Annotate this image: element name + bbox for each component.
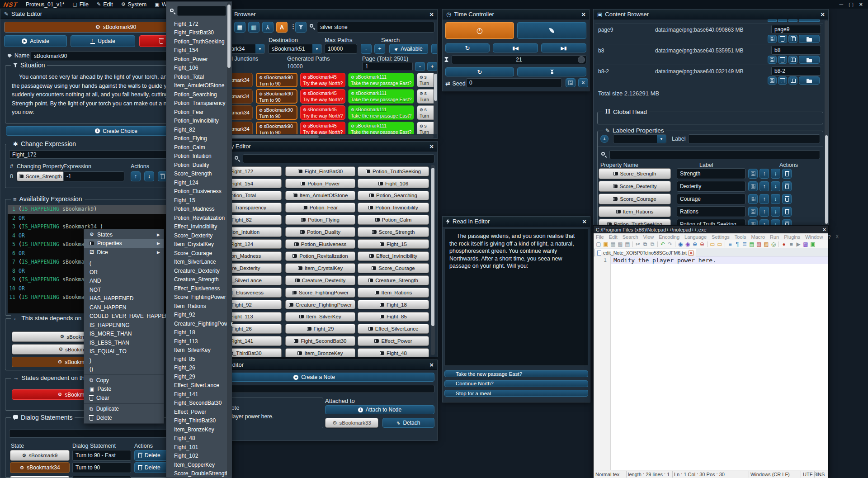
page-input[interactable]: 1	[362, 62, 413, 71]
notepad-close-button[interactable]: ×	[823, 227, 826, 233]
path-node-gray[interactable]: ⚙ sTurn	[417, 122, 434, 134]
content-rename-input[interactable]: page9	[771, 25, 821, 34]
property-button-effect_silverlance[interactable]: Effect_SilverLance	[358, 324, 429, 334]
menu-file[interactable]: ▢File	[72, 1, 89, 8]
menu-system[interactable]: ⚙System	[121, 1, 147, 8]
submenu-item-score_strength[interactable]: Score_Strength	[166, 170, 227, 179]
path-node-selected[interactable]: ⚙ sBookmark90Turn to 90	[256, 89, 297, 104]
notepad-tab[interactable]: edit_Note_XOt5P0Tclno58SGoJFM6.txt ✕︎	[594, 249, 696, 256]
delete-button[interactable]	[778, 35, 787, 43]
browser-vertical-scrollbar[interactable]	[434, 73, 438, 134]
submenu-item-fight_113[interactable]: Fight_113	[166, 337, 227, 346]
toolbar-play-macro-icon[interactable]: ▶	[795, 241, 802, 247]
submenu-item-fight_124[interactable]: Fight_124	[166, 178, 227, 187]
toolbar-replace-icon[interactable]: ◉	[684, 241, 691, 247]
property-button-creature_fightingpower[interactable]: Creature_FightingPower	[285, 300, 355, 310]
close-icon[interactable]: ×	[429, 11, 434, 18]
save-button[interactable]	[768, 56, 777, 64]
property-button-effect_invincibility[interactable]: Effect_Invincibility	[358, 251, 429, 261]
property-button-score_strength[interactable]: Score_Strength	[358, 227, 429, 237]
submenu-item-potion_revitalization[interactable]: Potion_Revitalization	[166, 213, 227, 222]
submenu-item-item_amuletofstone[interactable]: Item_AmuletOfStone	[166, 81, 227, 90]
property-button-item_crystalkey[interactable]: Item_CrystalKey	[285, 263, 355, 273]
save-button[interactable]	[748, 207, 758, 217]
toolbar-folder-workspace-icon[interactable]: ▨	[763, 241, 769, 247]
property-button-item_amuletofstone[interactable]: Item_AmuletOfStone	[285, 191, 355, 201]
delete-button[interactable]	[778, 56, 787, 64]
move-up-button[interactable]: ↑	[760, 219, 769, 225]
property-button-effect_power[interactable]: Effect_Power	[358, 336, 429, 346]
duplicate-button[interactable]	[788, 35, 797, 43]
context-menu-item--[interactable]: (	[84, 259, 164, 268]
submenu-item-potion_truthseeking[interactable]: Potion_TruthSeeking	[166, 37, 227, 46]
toolbar-run-icon[interactable]: ▣	[810, 241, 816, 247]
property-button-potion_flying[interactable]: Potion_Flying	[285, 215, 355, 225]
seed-input[interactable]: 0	[466, 78, 562, 87]
submenu-item-fight_141[interactable]: Fight_141	[166, 390, 227, 399]
context-menu-item-paste[interactable]: ▣Paste	[84, 385, 164, 394]
notepad-editor[interactable]: 1 Modify the player power here.	[594, 256, 828, 470]
property-button-creature_strength[interactable]: Creature_Strength	[358, 275, 429, 285]
move-down-button[interactable]: ↓	[771, 207, 780, 217]
save-button[interactable]	[748, 181, 758, 191]
submenu-item-score_fightingpower[interactable]: Score_FightingPower	[166, 293, 227, 302]
browser-search-input[interactable]: silver stone	[317, 22, 434, 33]
expression-input[interactable]: -1	[63, 171, 124, 181]
move-down-button[interactable]: ↓	[144, 171, 154, 181]
close-icon[interactable]: ×	[821, 11, 825, 18]
tab-close-icon[interactable]: ✕︎	[689, 251, 693, 256]
property-button-score_courage[interactable]: Score_Courage	[358, 263, 429, 273]
submenu-item-fight_85[interactable]: Fight_85	[166, 355, 227, 364]
close-icon[interactable]: ×	[582, 218, 586, 225]
context-menu-item-duplicate[interactable]: ⧉Duplicate	[84, 405, 164, 414]
submenu-item-fight_secondbat30[interactable]: Fight_SecondBat30	[166, 399, 227, 408]
property-button-fight_85[interactable]: Fight_85	[358, 312, 429, 322]
choice-button[interactable]: Take the new passage East?	[444, 370, 588, 377]
property-button-potion_searching[interactable]: Potion_Searching	[358, 191, 429, 201]
submenu-item-potion_fear[interactable]: Potion_Fear	[166, 108, 227, 117]
max-paths-input[interactable]: 10000	[325, 44, 357, 54]
property-button-potion_duality[interactable]: Potion_Duality	[285, 227, 355, 237]
property-button-potion_power[interactable]: Potion_Power	[285, 179, 355, 189]
submenu-item-potion_power[interactable]: Potion_Power	[166, 55, 227, 64]
toolbar-record-macro-icon[interactable]: ●	[781, 241, 787, 247]
view-tree-button[interactable]: ⅄	[262, 22, 274, 33]
notepad-menu-file[interactable]: File	[596, 234, 604, 240]
submenu-search-input[interactable]	[177, 6, 226, 16]
labeled-property-button[interactable]: Score_Strength	[599, 168, 671, 179]
labeled-property-dropdown[interactable]: ▼	[613, 134, 666, 143]
path-node-green[interactable]: ⚙ sBookmark111Take the new passage East?	[348, 105, 414, 120]
dialog-state-button[interactable]: ⚙sBookmark34	[10, 462, 70, 473]
update-button[interactable]: Update	[71, 35, 135, 47]
close-icon[interactable]: ×	[429, 143, 434, 150]
move-down-button[interactable]: ↓	[771, 169, 780, 179]
toolbar-zoom-in-icon[interactable]: ⊕	[692, 241, 698, 247]
toolbar-paste-icon[interactable]: ⧉	[649, 241, 656, 247]
view-grid-button[interactable]: ▦	[234, 22, 245, 33]
detach-button[interactable]: ∞Detach	[382, 418, 434, 428]
path-node-gray[interactable]: ⚙ sTurn	[417, 89, 434, 104]
move-up-button[interactable]: ↑	[760, 194, 769, 204]
submenu-item-item_silverkey[interactable]: Item_SilverKey	[166, 346, 227, 355]
context-menu-item-or[interactable]: OR	[84, 268, 164, 277]
path-node-selected[interactable]: ⚙ sBookmark90Turn to 90	[256, 105, 297, 120]
move-down-button[interactable]: ↓	[771, 194, 780, 204]
dialog-statement-input[interactable]: Turn to 90 - East	[72, 450, 131, 461]
dialog-state-button[interactable]: ⚙sBookmark9	[10, 450, 70, 461]
toolbar-stop-macro-icon[interactable]: ■	[788, 241, 794, 247]
labeled-label-input[interactable]: Dexterity	[677, 181, 745, 192]
notepad-menu-encoding[interactable]: Encoding	[659, 234, 679, 240]
property-button-potion_invincibility[interactable]: Potion_Invincibility	[358, 203, 429, 213]
view-table-button[interactable]: ▥	[248, 22, 259, 33]
page-decrement-button[interactable]: -	[415, 62, 425, 71]
menu-edit[interactable]: ✎Edit	[97, 1, 113, 8]
property-button-potion_fear[interactable]: Potion_Fear	[285, 203, 355, 213]
submenu-item-fight_106[interactable]: Fight_106	[166, 64, 227, 73]
labeled-property-button[interactable]: Score_Dexterity	[599, 181, 671, 192]
duplicate-button[interactable]	[788, 76, 797, 85]
toolbar-show-all-chars-icon[interactable]: ¶	[734, 241, 741, 247]
skip-to-start-button[interactable]: ▮◀	[493, 43, 538, 52]
window-close-button[interactable]: ×	[859, 1, 863, 8]
max-paths-increment-button[interactable]: +	[374, 44, 385, 54]
max-paths-decrement-button[interactable]: -	[361, 44, 372, 54]
